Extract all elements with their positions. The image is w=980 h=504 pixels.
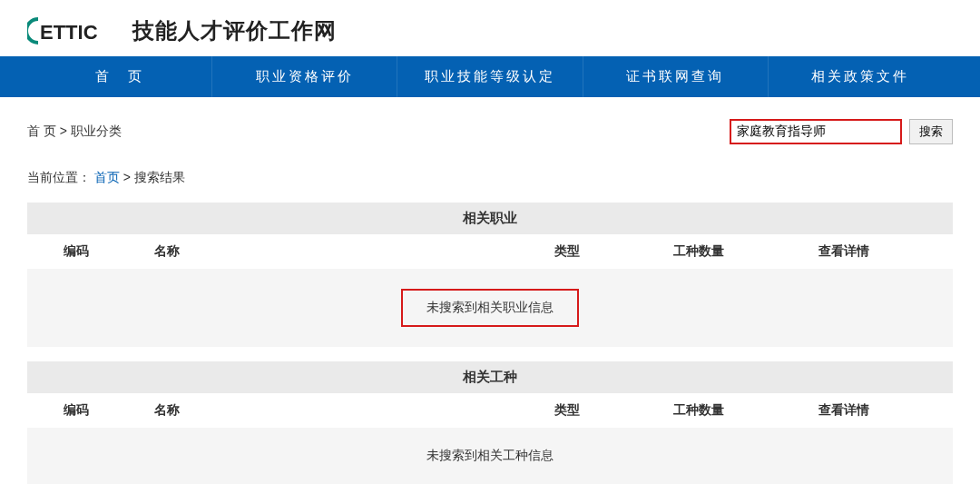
section-title-occupation: 相关职业 (27, 203, 953, 234)
empty-row-worktype: 未搜索到相关工种信息 (27, 428, 953, 484)
breadcrumb-current: 搜索结果 (134, 170, 185, 184)
nav-item-skill-level[interactable]: 职业技能等级认定 (397, 56, 583, 97)
col-header-code: 编码 (27, 243, 127, 260)
svg-text:ETTIC: ETTIC (40, 21, 98, 44)
sub-bar: 首 页 > 职业分类 搜索 (27, 97, 953, 155)
nav-item-home[interactable]: 首 页 (27, 56, 212, 97)
col-header-count: 工种数量 (626, 243, 771, 260)
path-text: 首 页 > 职业分类 (27, 124, 122, 140)
empty-occupation-msg: 未搜索到相关职业信息 (401, 289, 579, 327)
site-header: ETTIC 技能人才评价工作网 (27, 0, 953, 56)
search-button[interactable]: 搜索 (909, 119, 953, 144)
col-header-name: 名称 (127, 243, 508, 260)
site-title: 技能人才评价工作网 (132, 16, 337, 45)
nav-item-policy[interactable]: 相关政策文件 (769, 56, 953, 97)
nav-item-cert-query[interactable]: 证书联网查询 (583, 56, 769, 97)
main-nav: 首 页 职业资格评价 职业技能等级认定 证书联网查询 相关政策文件 (0, 56, 980, 97)
empty-worktype-msg: 未搜索到相关工种信息 (426, 448, 554, 464)
site-logo: ETTIC (27, 17, 120, 44)
breadcrumb: 当前位置： 首页 > 搜索结果 (27, 155, 953, 203)
col-header-name: 名称 (127, 402, 508, 419)
search-input[interactable] (730, 119, 902, 144)
breadcrumb-label: 当前位置： (27, 170, 91, 184)
section-title-worktype: 相关工种 (27, 361, 953, 393)
col-header-detail: 查看详情 (771, 243, 916, 260)
breadcrumb-home-link[interactable]: 首页 (94, 170, 120, 184)
col-header-detail: 查看详情 (771, 402, 916, 419)
table-header-occupation: 编码 名称 类型 工种数量 查看详情 (27, 234, 953, 269)
table-header-worktype: 编码 名称 类型 工种数量 查看详情 (27, 393, 953, 428)
empty-row-occupation: 未搜索到相关职业信息 (27, 269, 953, 347)
breadcrumb-sep: > (123, 170, 134, 184)
col-header-count: 工种数量 (626, 402, 771, 419)
col-header-code: 编码 (27, 402, 127, 419)
col-header-type: 类型 (508, 402, 626, 419)
nav-item-qualification[interactable]: 职业资格评价 (212, 56, 397, 97)
col-header-type: 类型 (508, 243, 626, 260)
search-area: 搜索 (730, 119, 953, 144)
